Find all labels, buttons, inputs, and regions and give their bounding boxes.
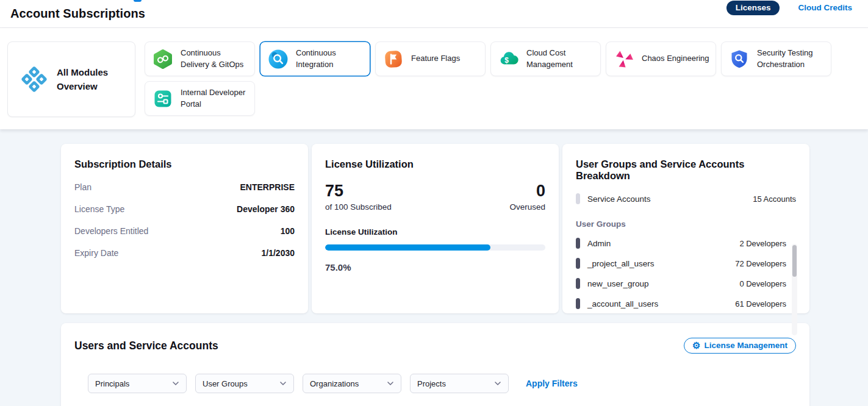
user-group-row: _account_all_users 61 Developers (576, 298, 786, 309)
chevron-down-icon (280, 382, 286, 385)
user-group-value: 72 Developers (735, 259, 786, 268)
service-accounts-row: Service Accounts 15 Accounts (576, 193, 796, 204)
user-group-name: new_user_group (587, 279, 649, 288)
breakdown-card: User Groups and Service Accounts Breakdo… (562, 144, 809, 313)
subscription-details-card: Subscription Details Plan ENTERPRISE Lic… (61, 144, 308, 313)
user-group-bar-icon (576, 298, 580, 309)
expiry-date-value: 1/1/2030 (262, 248, 295, 258)
projects-dropdown-value: Projects (417, 379, 446, 388)
user-group-row: _project_all_users 72 Developers (576, 258, 786, 269)
cutoff-indicator (134, 0, 142, 2)
license-utilization-title: License Utilization (325, 158, 545, 170)
module-card-cloud-cost[interactable]: $ Cloud Cost Management (490, 41, 601, 76)
user-groups-scrollbar-track[interactable] (792, 244, 797, 335)
user-group-bar-icon (576, 278, 580, 289)
license-utilization-stats: 75 of 100 Subscribed 0 Overused (325, 182, 545, 212)
page-header: Account Subscriptions Licenses Cloud Cre… (0, 0, 868, 28)
service-accounts-label: Service Accounts (587, 194, 651, 204)
licenses-tab[interactable]: Licenses (726, 1, 780, 15)
overused-count: 0 (509, 182, 545, 201)
organizations-dropdown-value: Organizations (310, 379, 359, 388)
license-type-label: License Type (74, 204, 124, 214)
summary-cards-row: Subscription Details Plan ENTERPRISE Lic… (61, 144, 868, 313)
developers-entitled-value: 100 (281, 226, 295, 236)
plan-value: ENTERPRISE (240, 182, 295, 192)
license-utilization-bar-track (325, 244, 545, 251)
users-section-title: Users and Service Accounts (74, 340, 218, 352)
cloud-credits-tab[interactable]: Cloud Credits (798, 3, 852, 12)
subscribed-caption: of 100 Subscribed (325, 202, 392, 212)
license-utilization-percent: 75.0% (325, 262, 545, 272)
user-groups-list: Admin 2 Developers _project_all_users 72… (576, 238, 796, 309)
module-label: Feature Flags (411, 53, 460, 64)
service-accounts-value: 15 Accounts (753, 194, 796, 204)
module-card-security-testing[interactable]: Security Testing Orchestration (721, 41, 831, 76)
users-section-header: Users and Service Accounts ⚙ License Man… (74, 338, 796, 354)
organizations-dropdown[interactable]: Organizations (303, 374, 401, 393)
license-management-button[interactable]: ⚙ License Management (684, 338, 796, 354)
user-groups-scrollbar-thumb[interactable] (792, 245, 797, 277)
filters-row: Principals User Groups Organizations Pro… (88, 374, 796, 393)
license-utilization-bar-fill (325, 244, 490, 251)
expiry-date-label: Expiry Date (74, 248, 118, 258)
module-card-chaos-engineering[interactable]: Chaos Engineering (606, 41, 716, 76)
principals-dropdown-value: Principals (95, 379, 129, 388)
breakdown-title: User Groups and Service Accounts Breakdo… (576, 158, 796, 182)
chevron-down-icon (173, 382, 179, 385)
feature-flags-icon (383, 49, 404, 69)
user-groups-header: User Groups (576, 219, 796, 229)
chaos-engineering-icon (614, 49, 634, 69)
module-label: Chaos Engineering (642, 53, 709, 64)
module-selector-bar: All Modules Overview Continuous Delivery… (0, 28, 868, 129)
user-group-value: 0 Developers (739, 279, 786, 288)
overused-stat: 0 Overused (509, 182, 545, 212)
apply-filters-link[interactable]: Apply Filters (526, 379, 578, 388)
license-utilization-card: License Utilization 75 of 100 Subscribed… (312, 144, 559, 313)
developers-entitled-label: Developers Entitled (74, 226, 148, 236)
module-label: Continuous Integration (296, 48, 364, 69)
principals-dropdown[interactable]: Principals (88, 374, 187, 393)
subscribed-stat: 75 of 100 Subscribed (325, 182, 392, 212)
subscribed-count: 75 (325, 182, 392, 201)
module-card-continuous-integration[interactable]: Continuous Integration (260, 41, 370, 76)
page-title: Account Subscriptions (10, 7, 145, 21)
header-tabs: Licenses Cloud Credits (726, 0, 852, 15)
module-card-feature-flags[interactable]: Feature Flags (375, 41, 486, 76)
license-utilization-bar-label: License Utilization (325, 227, 545, 237)
cloud-cost-icon: $ (498, 49, 519, 69)
svg-text:$: $ (504, 56, 509, 65)
module-label: Continuous Delivery & GitOps (181, 48, 248, 69)
license-management-label: License Management (704, 341, 787, 350)
module-label: Cloud Cost Management (526, 48, 594, 69)
security-testing-icon (729, 49, 750, 69)
continuous-integration-icon (268, 49, 289, 69)
internal-dev-portal-icon (152, 88, 173, 109)
all-modules-icon (20, 65, 48, 93)
modules-grid: Continuous Delivery & GitOps Continuous … (145, 41, 861, 116)
gear-icon: ⚙ (692, 341, 700, 350)
subscription-row-developers-entitled: Developers Entitled 100 (74, 226, 295, 236)
cd-gitops-icon (152, 49, 173, 69)
user-group-value: 61 Developers (735, 299, 786, 308)
subscription-row-plan: Plan ENTERPRISE (74, 182, 295, 192)
module-card-internal-dev-portal[interactable]: Internal Developer Portal (145, 81, 255, 116)
license-type-value: Developer 360 (237, 204, 295, 214)
user-group-value: 2 Developers (739, 239, 786, 248)
subscription-details-title: Subscription Details (74, 158, 295, 170)
user-group-name: _account_all_users (587, 299, 658, 308)
all-modules-overview-label: All Modules Overview (57, 65, 124, 94)
user-group-name: _project_all_users (587, 259, 655, 268)
user-groups-dropdown[interactable]: User Groups (195, 374, 294, 393)
user-group-bar-icon (576, 238, 580, 249)
module-card-cd-gitops[interactable]: Continuous Delivery & GitOps (145, 41, 255, 76)
service-accounts-bar-icon (576, 193, 580, 204)
overused-caption: Overused (509, 202, 545, 212)
user-group-row: new_user_group 0 Developers (576, 278, 786, 289)
projects-dropdown[interactable]: Projects (410, 374, 509, 393)
user-group-row: Admin 2 Developers (576, 238, 786, 249)
plan-label: Plan (74, 182, 91, 192)
all-modules-overview-card[interactable]: All Modules Overview (7, 41, 135, 117)
subscription-row-license-type: License Type Developer 360 (74, 204, 295, 214)
module-label: Security Testing Orchestration (757, 48, 825, 69)
user-group-name: Admin (587, 239, 611, 248)
